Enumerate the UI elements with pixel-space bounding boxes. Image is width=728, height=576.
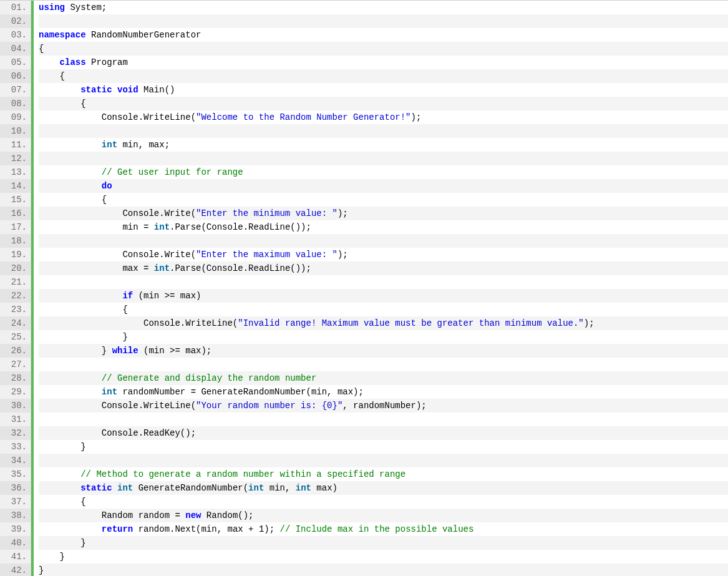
code-line: return random.Next(min, max + 1); // Inc… [39,522,728,536]
code-line: Console.Write("Enter the minimum value: … [39,207,728,220]
code-line [39,412,728,426]
code-token [39,167,102,177]
code-line [39,275,728,289]
code-line: } [39,564,728,576]
code-line: if (min >= max) [39,289,728,303]
code-token: Console.Write( [39,208,196,218]
line-number: 01. [0,1,31,14]
code-token: { [39,195,107,205]
code-token: // Generate and display the random numbe… [102,373,316,383]
code-line: } [39,330,728,344]
code-token: .Parse(Console.ReadLine()); [170,222,311,232]
line-number: 34. [0,454,31,467]
code-line: min = int.Parse(Console.ReadLine()); [39,220,728,234]
code-line: } [39,536,728,550]
line-number: 35. [0,467,31,481]
code-token: } [39,332,128,342]
code-line: Random random = new Random(); [39,509,728,522]
code-line: // Get user input for range [39,165,728,179]
code-token: max) [311,483,337,493]
code-token: int [117,483,133,493]
line-number: 11. [0,138,31,152]
line-number: 15. [0,193,31,207]
line-number: 07. [0,83,31,97]
code-token [39,469,80,479]
code-token: if [122,291,133,301]
line-number: 16. [0,207,31,220]
code-token: } [39,538,86,548]
code-token: int [102,140,117,150]
code-token: ); [584,318,595,328]
code-line: { [39,303,728,316]
code-token: "Welcome to the Random Number Generator!… [196,112,410,122]
code-line: { [39,42,728,56]
line-number: 29. [0,385,31,399]
code-token [39,524,102,534]
line-number: 31. [0,412,31,426]
line-number: 05. [0,56,31,69]
code-line: int min, max; [39,138,728,152]
code-token: random.Next(min, max + 1); [133,524,279,534]
code-line [39,152,728,165]
code-line: Console.WriteLine("Your random number is… [39,399,728,412]
code-token: } [39,565,44,575]
code-line: do [39,179,728,193]
code-token: Random random = [39,510,185,520]
code-token [39,57,60,67]
code-line: int randomNumber = GenerateRandomNumber(… [39,385,728,399]
line-number: 33. [0,440,31,454]
code-token: System; [65,2,107,12]
code-line: } while (min >= max); [39,344,728,358]
code-token: ); [337,250,348,260]
code-token [39,181,102,191]
code-line: Console.Write("Enter the maximum value: … [39,248,728,261]
line-number: 27. [0,358,31,371]
code-line: { [39,193,728,207]
code-token: Console.WriteLine( [39,112,196,122]
line-number: 13. [0,165,31,179]
code-line [39,124,728,138]
code-token: GenerateRandomNumber( [133,483,248,493]
code-token: Console.ReadKey(); [39,428,196,438]
code-token [39,373,102,383]
code-line: namespace RandomNumberGenerator [39,28,728,42]
line-number: 21. [0,275,31,289]
code-token [39,140,102,150]
code-token: max = [39,263,154,273]
code-line [39,454,728,467]
code-line: // Generate and display the random numbe… [39,371,728,385]
line-number: 28. [0,371,31,385]
code-token: static [80,85,112,95]
code-token [112,85,117,95]
line-number: 23. [0,303,31,316]
line-number: 26. [0,344,31,358]
code-token: int [248,483,264,493]
code-token: new [185,510,201,520]
line-number: 37. [0,495,31,509]
code-token: Program [86,57,128,67]
line-number: 20. [0,261,31,275]
line-number: 41. [0,550,31,564]
line-number: 09. [0,110,31,124]
code-token [39,291,122,301]
code-line: { [39,495,728,509]
code-token: { [39,305,128,315]
code-token: namespace [39,30,86,40]
line-number: 10. [0,124,31,138]
line-number: 25. [0,330,31,344]
line-number: 02. [0,14,31,28]
code-line [39,234,728,248]
line-number: 06. [0,69,31,83]
code-token: Console.WriteLine( [39,318,238,328]
code-token: void [117,85,138,95]
code-token: // Method to generate a random number wi… [80,469,405,479]
line-number-gutter: 01.02.03.04.05.06.07.08.09.10.11.12.13.1… [0,1,31,576]
code-line: max = int.Parse(Console.ReadLine()); [39,261,728,275]
code-token: .Parse(Console.ReadLine()); [170,263,311,273]
code-token: min = [39,222,154,232]
code-token: } [39,442,86,452]
code-token: static [80,483,112,493]
code-token: "Enter the minimum value: " [196,208,337,218]
code-listing: 01.02.03.04.05.06.07.08.09.10.11.12.13.1… [0,0,728,576]
code-line: static int GenerateRandomNumber(int min,… [39,481,728,495]
